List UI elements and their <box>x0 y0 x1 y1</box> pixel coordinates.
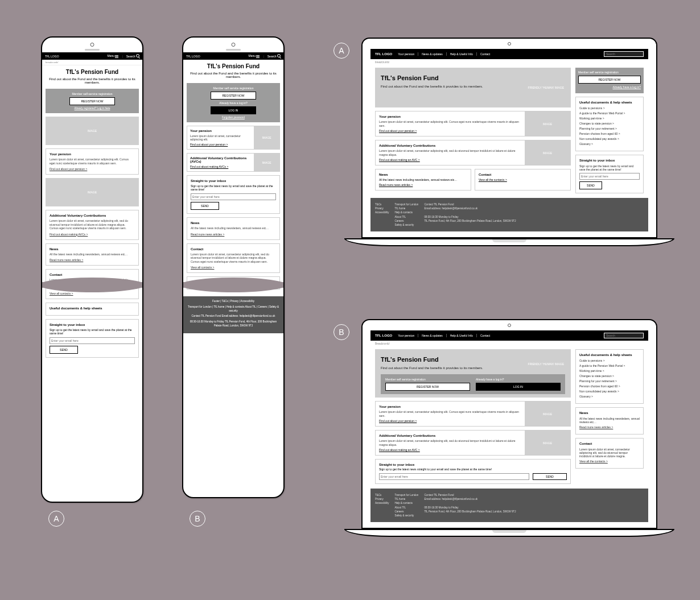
doc-link[interactable]: Glossary > <box>579 395 640 398</box>
image-placeholder: IMAGE <box>525 140 570 165</box>
doc-link[interactable]: Working part-time > <box>579 369 640 373</box>
contact-card: Contact Lorem ipsum dolor sit amet, cons… <box>575 438 644 469</box>
inbox-signup: Straight to your inbox Sign up to get th… <box>375 459 571 484</box>
search-button[interactable]: Search <box>267 54 281 58</box>
search-input[interactable] <box>604 333 644 338</box>
news-link[interactable]: Read more news articles > <box>579 425 640 429</box>
email-input[interactable] <box>50 337 135 344</box>
doc-link[interactable]: Glossary > <box>579 142 640 146</box>
login-button[interactable]: LOG IN <box>476 383 561 391</box>
variant-badge-b: B <box>333 324 349 340</box>
laptop-base <box>344 238 674 246</box>
menu-icon <box>256 55 260 58</box>
search-input[interactable] <box>604 51 644 57</box>
avc-link[interactable]: Find out about making an AVC > <box>379 158 521 162</box>
doc-link[interactable]: Pension choices from aged 60 > <box>579 384 640 388</box>
nav-help[interactable]: Help & Useful Info <box>446 52 473 56</box>
your-pension-link[interactable]: Find out about your pension > <box>190 143 249 146</box>
news-link[interactable]: Read more news articles > <box>379 183 467 187</box>
email-input[interactable] <box>191 193 276 200</box>
register-button[interactable]: REGISTER NOW <box>385 383 470 391</box>
laptop-variant-a: TFL LOGO Your pension News & updates Hel… <box>361 38 674 246</box>
hero-image-placeholder: FRIENDLY 'HUMAN' IMAGE <box>528 362 564 366</box>
camera-dot <box>232 43 236 47</box>
doc-link[interactable]: Changes to state pension > <box>579 374 640 378</box>
doc-link[interactable]: Changes to state pension > <box>579 122 640 125</box>
doc-link[interactable]: Pension choices from aged 60 > <box>579 132 640 135</box>
nav-your-pension[interactable]: Your pension <box>398 52 414 56</box>
docs-card: Useful documents & help sheets Guide to … <box>575 97 644 151</box>
avc-link[interactable]: Find out about making AVCs > <box>190 165 249 168</box>
avc-card: Additional Voluntary Contributions (AVCs… <box>187 153 280 172</box>
inbox-signup: Straight to your inbox Sign up to get th… <box>575 155 644 193</box>
register-button[interactable]: REGISTER NOW <box>578 76 641 84</box>
nav-help[interactable]: Help & Useful Info <box>446 334 473 337</box>
your-pension-card: Your pension Lorem ipsum dolor sit amet,… <box>375 111 571 136</box>
nav-news[interactable]: News & updates <box>418 52 442 56</box>
nav-news[interactable]: News & updates <box>418 334 442 337</box>
doc-link[interactable]: Planning for your retirement > <box>579 379 640 383</box>
register-button[interactable]: REGISTER NOW <box>69 97 115 105</box>
doc-link[interactable]: Planning for your retirement > <box>579 127 640 130</box>
news-link[interactable]: Read more news articles > <box>50 258 135 262</box>
doc-link[interactable]: Guide to pensions > <box>579 106 640 110</box>
nav-your-pension[interactable]: Your pension <box>398 334 414 337</box>
registration-box: Member self service registration REGISTE… <box>187 83 280 122</box>
contact-link[interactable]: View all the contacts > <box>579 460 640 463</box>
avc-card: Additional Voluntary Contributions Lorem… <box>375 430 571 456</box>
main-nav: Your pension News & updates Help & Usefu… <box>398 52 490 56</box>
your-pension-card: Your pension Lorem ipsum dolor sit amet,… <box>187 126 280 150</box>
search-button[interactable]: Search <box>126 54 139 58</box>
image-placeholder: IMAGE <box>46 178 139 206</box>
hero-image-placeholder: IMAGE <box>46 117 139 145</box>
send-button[interactable]: SEND <box>533 473 567 480</box>
page-tagline: Find out about the Fund and the benefits… <box>187 72 280 78</box>
doc-link[interactable]: Non consolidated pay awards > <box>579 390 640 393</box>
nav-contact[interactable]: Contact <box>476 52 490 56</box>
doc-link[interactable]: Working part-time > <box>579 117 640 120</box>
page-tagline: Find out about the Fund and the benefits… <box>381 366 483 370</box>
your-pension-link[interactable]: Find out about your pension > <box>379 129 521 133</box>
your-pension-link[interactable]: Find out about your pension > <box>379 419 521 423</box>
logo: TFL LOGO <box>186 55 200 58</box>
variant-badge-b: B <box>190 511 205 527</box>
login-link[interactable]: Already registered? Log in here <box>49 107 135 110</box>
mobile-variant-b: TFL LOGO Menu | Search TfL's Pension Fun… <box>182 36 285 498</box>
avc-link[interactable]: Find out about making an AVC > <box>379 448 521 452</box>
camera-dot <box>90 43 94 47</box>
send-button[interactable]: SEND <box>579 181 602 189</box>
avc-link[interactable]: Find out about making AVCs > <box>50 233 135 236</box>
news-card: News All the latest news including newsl… <box>187 217 280 240</box>
news-link[interactable]: Read more news articles > <box>191 233 276 236</box>
login-button[interactable]: LOG IN <box>211 106 256 114</box>
doc-link[interactable]: Non consolidated pay awards > <box>579 137 640 140</box>
forgot-password-link[interactable]: Forgotten password <box>190 116 277 119</box>
avc-card: Additional Voluntary Contributions Lorem… <box>46 210 139 240</box>
nav-contact[interactable]: Contact <box>476 334 490 337</box>
doc-link[interactable]: Guide to pensions > <box>579 359 640 362</box>
email-input[interactable] <box>579 173 640 180</box>
send-button[interactable]: SEND <box>191 202 219 210</box>
image-placeholder: IMAGE <box>525 431 570 455</box>
register-button[interactable]: REGISTER NOW <box>211 92 256 100</box>
menu-button[interactable]: Menu <box>108 54 119 57</box>
contact-link[interactable]: View all the contacts > <box>479 178 567 181</box>
image-placeholder: IMAGE <box>525 402 570 426</box>
image-placeholder: IMAGE <box>525 111 570 136</box>
send-button[interactable]: SEND <box>50 346 78 354</box>
variant-badge-a: A <box>333 43 349 59</box>
login-link[interactable]: Already have a log in? <box>578 85 641 89</box>
avc-card: Additional Voluntary Contributions Lorem… <box>375 140 571 165</box>
your-pension-link[interactable]: Find out about your pension > <box>50 167 135 171</box>
variant-badge-a: A <box>48 511 64 527</box>
docs-card[interactable]: Useful documents & help sheets <box>46 303 139 316</box>
hero-image-placeholder: FRIENDLY 'HUMAN' IMAGE <box>528 86 564 89</box>
search-icon <box>277 54 281 57</box>
doc-link[interactable]: A guide to the Pension Web Portal > <box>579 111 640 115</box>
email-input[interactable] <box>379 473 529 480</box>
laptop-base <box>344 529 674 537</box>
menu-button[interactable]: Menu <box>249 54 260 57</box>
doc-link[interactable]: A guide to the Pension Web Portal > <box>579 364 640 367</box>
breadcrumb: breadcrumb/ <box>370 59 648 65</box>
contact-link[interactable]: View all contacts > <box>191 266 276 269</box>
